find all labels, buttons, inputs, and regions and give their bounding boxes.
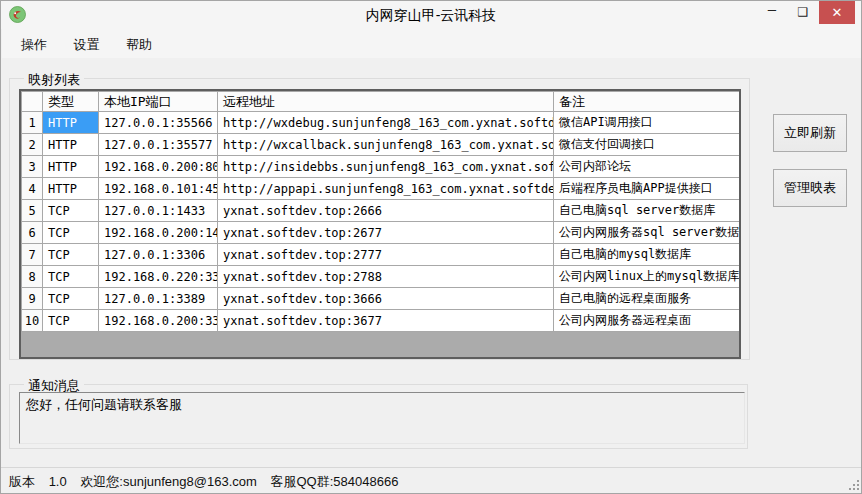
resize-grip-icon[interactable]	[848, 479, 859, 490]
row-number-cell[interactable]: 9	[22, 288, 43, 310]
cell-remote[interactable]: yxnat.softdev.top:2788	[218, 266, 554, 288]
mapping-table: 类型 本地IP端口 远程地址 备注 1HTTP127.0.0.1:35566ht…	[21, 91, 740, 332]
mapping-table-body: 1HTTP127.0.0.1:35566http://wxdebug.sunju…	[22, 112, 740, 332]
refresh-button[interactable]: 立即刷新	[773, 114, 847, 152]
cell-note[interactable]: 公司内网服务器sql server数据库	[554, 222, 740, 244]
cell-note[interactable]: 公司内部论坛	[554, 156, 740, 178]
cell-local[interactable]: 192.168.0.220:3306	[99, 266, 218, 288]
cell-local[interactable]: 127.0.0.1:3389	[99, 288, 218, 310]
status-version-label: 版本	[9, 473, 35, 491]
table-row: 6TCP192.168.0.200:1433yxnat.softdev.top:…	[22, 222, 740, 244]
cell-note[interactable]: 公司内网linux上的mysql数据库	[554, 266, 740, 288]
column-header-remote[interactable]: 远程地址	[218, 92, 554, 112]
cell-remote[interactable]: http://insidebbs.sunjunfeng8_163_com.yxn…	[218, 156, 554, 178]
table-row: 1HTTP127.0.0.1:35566http://wxdebug.sunju…	[22, 112, 740, 134]
table-row: 9TCP127.0.0.1:3389yxnat.softdev.top:3666…	[22, 288, 740, 310]
minimize-button[interactable]: –	[757, 1, 787, 24]
cell-remote[interactable]: http://wxcallback.sunjunfeng8_163_com.yx…	[218, 134, 554, 156]
row-number-cell[interactable]: 4	[22, 178, 43, 200]
cell-type[interactable]: TCP	[43, 244, 99, 266]
cell-note[interactable]: 后端程序员电脑APP提供接口	[554, 178, 740, 200]
row-number-cell[interactable]: 3	[22, 156, 43, 178]
table-row: 4HTTP192.168.0.101:45577http://appapi.su…	[22, 178, 740, 200]
notice-message: 您好，任何问题请联系客服	[26, 397, 182, 412]
cell-note[interactable]: 微信API调用接口	[554, 112, 740, 134]
row-number-cell[interactable]: 5	[22, 200, 43, 222]
app-window: 内网穿山甲-云讯科技 – ❑ ✕ 操作 设置 帮助 映射列表 类型 本地IP端口…	[0, 0, 862, 494]
column-header-note[interactable]: 备注	[554, 92, 740, 112]
manage-mapping-button[interactable]: 管理映表	[773, 169, 847, 207]
mapping-list-title: 映射列表	[24, 71, 84, 89]
cell-remote[interactable]: yxnat.softdev.top:2677	[218, 222, 554, 244]
cell-local[interactable]: 127.0.0.1:3306	[99, 244, 218, 266]
cell-type[interactable]: HTTP	[43, 156, 99, 178]
maximize-button[interactable]: ❑	[789, 1, 817, 24]
row-number-cell[interactable]: 1	[22, 112, 43, 134]
cell-local[interactable]: 192.168.0.101:45577	[99, 178, 218, 200]
row-number-cell[interactable]: 7	[22, 244, 43, 266]
cell-local[interactable]: 127.0.0.1:35577	[99, 134, 218, 156]
notice-message-box: 您好，任何问题请联系客服	[19, 392, 745, 444]
cell-remote[interactable]: yxnat.softdev.top:2777	[218, 244, 554, 266]
status-version-value: 1.0	[49, 474, 67, 489]
cell-local[interactable]: 192.168.0.200:3389	[99, 310, 218, 332]
menu-bar: 操作 设置 帮助	[2, 29, 862, 58]
title-bar: 内网穿山甲-云讯科技 – ❑ ✕	[1, 1, 861, 29]
row-number-cell[interactable]: 8	[22, 266, 43, 288]
cell-type[interactable]: TCP	[43, 200, 99, 222]
menu-item-help[interactable]: 帮助	[115, 29, 163, 58]
window-title: 内网穿山甲-云讯科技	[1, 7, 861, 25]
column-header-type[interactable]: 类型	[43, 92, 99, 112]
cell-note[interactable]: 自己电脑的mysql数据库	[554, 244, 740, 266]
cell-type[interactable]: TCP	[43, 266, 99, 288]
cell-remote[interactable]: http://wxdebug.sunjunfeng8_163_com.yxnat…	[218, 112, 554, 134]
table-row: 2HTTP127.0.0.1:35577http://wxcallback.su…	[22, 134, 740, 156]
row-number-cell[interactable]: 6	[22, 222, 43, 244]
cell-note[interactable]: 微信支付回调接口	[554, 134, 740, 156]
table-row: 7TCP127.0.0.1:3306yxnat.softdev.top:2777…	[22, 244, 740, 266]
table-row: 5TCP127.0.0.1:1433yxnat.softdev.top:2666…	[22, 200, 740, 222]
cell-type[interactable]: HTTP	[43, 178, 99, 200]
cell-local[interactable]: 192.168.0.200:1433	[99, 222, 218, 244]
table-row: 8TCP192.168.0.220:3306yxnat.softdev.top:…	[22, 266, 740, 288]
status-bar: 版本 1.0 欢迎您:sunjunfeng8@163.com 客服QQ群:584…	[1, 467, 862, 494]
cell-local[interactable]: 127.0.0.1:1433	[99, 200, 218, 222]
close-button[interactable]: ✕	[819, 1, 855, 24]
table-row: 3HTTP192.168.0.200:80http://insidebbs.su…	[22, 156, 740, 178]
cell-type[interactable]: HTTP	[43, 112, 99, 134]
status-welcome-text: 欢迎您:sunjunfeng8@163.com	[80, 473, 257, 491]
mapping-table-container: 类型 本地IP端口 远程地址 备注 1HTTP127.0.0.1:35566ht…	[19, 89, 741, 359]
column-header-rownum[interactable]	[22, 92, 43, 112]
cell-local[interactable]: 192.168.0.200:80	[99, 156, 218, 178]
cell-type[interactable]: TCP	[43, 288, 99, 310]
table-row: 10TCP192.168.0.200:3389yxnat.softdev.top…	[22, 310, 740, 332]
cell-type[interactable]: TCP	[43, 222, 99, 244]
row-number-cell[interactable]: 10	[22, 310, 43, 332]
cell-type[interactable]: TCP	[43, 310, 99, 332]
cell-note[interactable]: 自己电脑sql server数据库	[554, 200, 740, 222]
cell-remote[interactable]: yxnat.softdev.top:3666	[218, 288, 554, 310]
column-header-local[interactable]: 本地IP端口	[99, 92, 218, 112]
cell-type[interactable]: HTTP	[43, 134, 99, 156]
cell-remote[interactable]: yxnat.softdev.top:3677	[218, 310, 554, 332]
cell-remote[interactable]: http://appapi.sunjunfeng8_163_com.yxnat.…	[218, 178, 554, 200]
cell-note[interactable]: 自己电脑的远程桌面服务	[554, 288, 740, 310]
cell-remote[interactable]: yxnat.softdev.top:2666	[218, 200, 554, 222]
row-number-cell[interactable]: 2	[22, 134, 43, 156]
status-qq-group: 客服QQ群:584048666	[270, 473, 398, 491]
cell-local[interactable]: 127.0.0.1:35566	[99, 112, 218, 134]
menu-item-operation[interactable]: 操作	[10, 29, 58, 58]
cell-note[interactable]: 公司内网服务器远程桌面	[554, 310, 740, 332]
menu-item-settings[interactable]: 设置	[62, 29, 110, 58]
table-header-row: 类型 本地IP端口 远程地址 备注	[22, 92, 740, 112]
